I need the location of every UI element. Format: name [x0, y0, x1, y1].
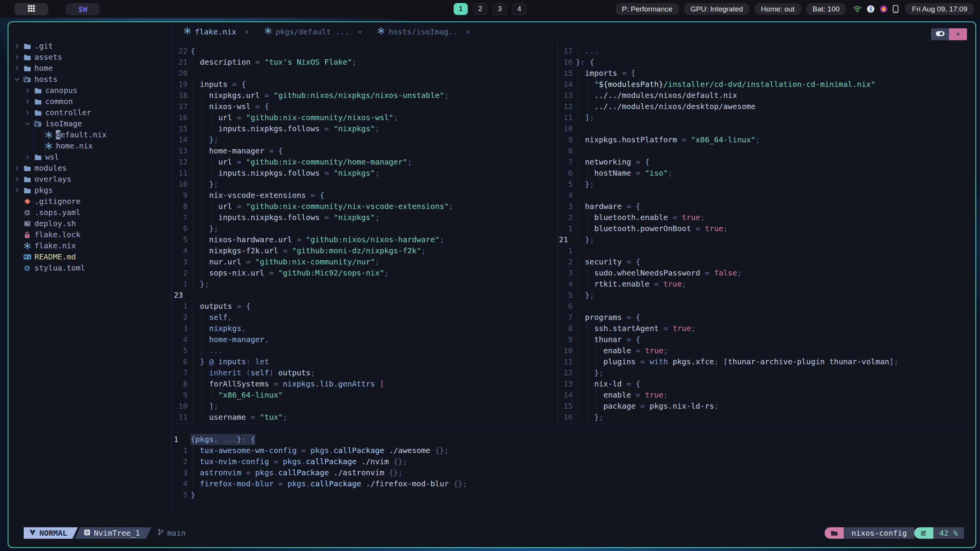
chevron-right-icon[interactable] [14, 177, 20, 182]
code-line[interactable]: 6 }; [172, 223, 557, 234]
tree-item-default-nix[interactable]: default.nix [8, 129, 172, 140]
tree-item--git[interactable]: .git [8, 41, 172, 52]
code-line[interactable]: 3 hardware = { [557, 201, 975, 212]
status-badge-bat[interactable]: Bat: 100 [806, 3, 846, 15]
code-line[interactable]: 17 ... [557, 46, 975, 57]
tree-item-wsl[interactable]: wsl [8, 152, 172, 163]
code-line[interactable]: 10 enable = true; [557, 345, 975, 356]
code-line[interactable]: 5 }; [557, 290, 975, 301]
tree-item-deploy-sh[interactable]: deploy.sh [8, 218, 172, 229]
code-line[interactable]: 2 security = { [557, 256, 975, 267]
code-line[interactable]: 9 nix-vscode-extensions = { [172, 190, 557, 201]
code-line[interactable]: 16 }; [557, 412, 975, 423]
chevron-down-icon[interactable] [24, 122, 31, 126]
code-line[interactable]: 4 rtkit.enable = true; [557, 279, 975, 290]
code-line[interactable]: 13 nix-ld = { [557, 378, 975, 390]
code-line[interactable]: 15 package = pkgs.nix-ld-rs; [557, 401, 975, 412]
tree-item-isoImage[interactable]: isoImage [8, 118, 172, 129]
code-line[interactable]: 4 [557, 190, 975, 201]
tree-item--sops-yaml[interactable]: ⚙.sops.yaml [8, 207, 172, 218]
code-line[interactable]: 19 inputs = { [172, 79, 557, 90]
chevron-right-icon[interactable] [14, 66, 20, 71]
code-line[interactable]: 7 inherit (self) outputs; [172, 367, 557, 378]
code-line[interactable]: 15 inputs.nixpkgs.follows = "nixpkgs"; [172, 123, 557, 134]
phone-icon[interactable] [893, 5, 898, 13]
code-line[interactable]: 9 "x86_64-linux" [172, 390, 557, 401]
tree-item-overlays[interactable]: overlays [8, 174, 172, 185]
code-line[interactable]: 8 forAllSystems = nixpkgs.lib.genAttrs [ [172, 378, 557, 390]
code-line[interactable]: 21 description = "tux's NixOS Flake"; [172, 57, 557, 68]
code-line[interactable]: 16}: { [557, 57, 975, 68]
code-line[interactable]: 6 } @ inputs: let [172, 356, 557, 367]
chevron-right-icon[interactable] [24, 155, 31, 160]
tab-hosts-isoImag-[interactable]: hosts/isoImag..× [377, 27, 470, 36]
chevron-right-icon[interactable] [24, 88, 31, 93]
tab-pkgs-default-[interactable]: pkgs/default ...× [265, 27, 362, 36]
code-line[interactable]: 7 networking = { [557, 156, 975, 168]
code-line[interactable]: 6 hostName = "iso"; [557, 168, 975, 179]
code-line[interactable]: 1 tux-awesome-wm-config = pkgs.callPacka… [172, 445, 975, 456]
code-line[interactable]: 22{ [172, 46, 557, 57]
tree-item--gitignore[interactable]: .gitignore [8, 196, 172, 207]
toggle-button[interactable] [931, 28, 949, 40]
tree-item-common[interactable]: common [8, 96, 172, 107]
editor-pane-iso-default-nix[interactable]: 17 ...16}: {15 imports = [14 "${modulesP… [557, 41, 975, 424]
code-line[interactable]: 8 ssh.startAgent = true; [557, 323, 975, 334]
tab-close-icon[interactable]: × [245, 28, 249, 36]
code-line[interactable]: 5 ... [172, 345, 557, 356]
tab-close-icon[interactable]: × [466, 28, 470, 36]
firewall-icon[interactable] [880, 5, 888, 13]
code-line[interactable]: 16 url = "github:nix-community/nixos-wsl… [172, 112, 557, 123]
tree-item-hosts[interactable]: hosts [8, 74, 172, 85]
tree-item-controller[interactable]: controller [8, 107, 172, 118]
tree-item-modules[interactable]: modules [8, 163, 172, 174]
code-line[interactable]: 6 [557, 301, 975, 312]
bluetooth-icon[interactable] [867, 5, 875, 13]
workspace-2[interactable]: 2 [473, 3, 487, 15]
code-line[interactable]: 5} [172, 489, 975, 500]
status-badge-gpu[interactable]: GPU: Integrated [684, 3, 750, 15]
tree-item-flake-nix[interactable]: flake.nix [8, 240, 172, 251]
code-line[interactable]: 5 }; [557, 179, 975, 190]
code-line[interactable]: 2 sops-nix.url = "github:Mic92/sops-nix"… [172, 267, 557, 279]
code-line[interactable]: 14 enable = true; [557, 390, 975, 401]
code-line[interactable]: 15 imports = [ [557, 68, 975, 79]
code-line[interactable]: 11 inputs.nixpkgs.follows = "nixpkgs"; [172, 168, 557, 179]
tree-item-stylua-toml[interactable]: ⚙stylua.toml [8, 262, 172, 274]
status-badge-home[interactable]: Home: out [755, 3, 801, 15]
code-line[interactable]: 7 programs = { [557, 312, 975, 323]
code-line[interactable]: 4 firefox-mod-blur = pkgs.callPackage ./… [172, 478, 975, 489]
tree-item-home-nix[interactable]: home.nix [8, 140, 172, 152]
code-line[interactable]: 3 sudo.wheelNeedsPassword = false; [557, 267, 975, 279]
code-line[interactable]: 14 }; [172, 134, 557, 145]
code-line[interactable]: 8 [557, 145, 975, 156]
code-line[interactable]: 20 [172, 68, 557, 79]
chevron-down-icon[interactable] [14, 78, 20, 81]
code-line[interactable]: 11 plugins = with pkgs.xfce; [thunar-arc… [557, 356, 975, 367]
code-line[interactable]: 2 self, [172, 312, 557, 323]
tab-close-icon[interactable]: × [358, 28, 362, 36]
code-line[interactable]: 4 nixpkgs-f2k.url = "github:moni-dz/nixp… [172, 245, 557, 256]
code-line[interactable]: 2 bluetooth.enable = true; [557, 212, 975, 223]
code-line[interactable]: 23 [172, 290, 557, 301]
code-line[interactable]: 9 nixpkgs.hostPlatform = "x86_64-linux"; [557, 134, 975, 145]
code-line[interactable]: 13 home-manager = { [172, 145, 557, 156]
code-line[interactable]: 12 ../../modules/nixos/desktop/awesome [557, 101, 975, 112]
code-line[interactable]: 10 [557, 123, 975, 134]
tree-item-home[interactable]: home [8, 63, 172, 74]
code-line[interactable]: 1 [557, 245, 975, 256]
editor-pane-pkgs-default-nix[interactable]: 1{pkgs, ...}: {1 tux-awesome-wm-config =… [172, 424, 975, 508]
workspace-1[interactable]: 1 [454, 3, 468, 15]
code-line[interactable]: 12 url = "github:nix-community/home-mana… [172, 156, 557, 168]
chevron-right-icon[interactable] [14, 188, 20, 193]
code-line[interactable]: 4 home-manager, [172, 334, 557, 345]
code-line[interactable]: 8 url = "github:nix-community/nix-vscode… [172, 201, 557, 212]
code-line[interactable]: 9 thunar = { [557, 334, 975, 345]
tree-item-README-md[interactable]: README.md [8, 251, 172, 262]
code-line[interactable]: 7 inputs.nixpkgs.follows = "nixpkgs"; [172, 212, 557, 223]
code-line[interactable]: 10 }; [172, 179, 557, 190]
code-line[interactable]: 11 ]; [557, 112, 975, 123]
code-line[interactable]: 11 username = "tux"; [172, 412, 557, 423]
code-line[interactable]: 3 nur.url = "github:nix-community/nur"; [172, 256, 557, 267]
code-line[interactable]: 1 }; [172, 279, 557, 290]
